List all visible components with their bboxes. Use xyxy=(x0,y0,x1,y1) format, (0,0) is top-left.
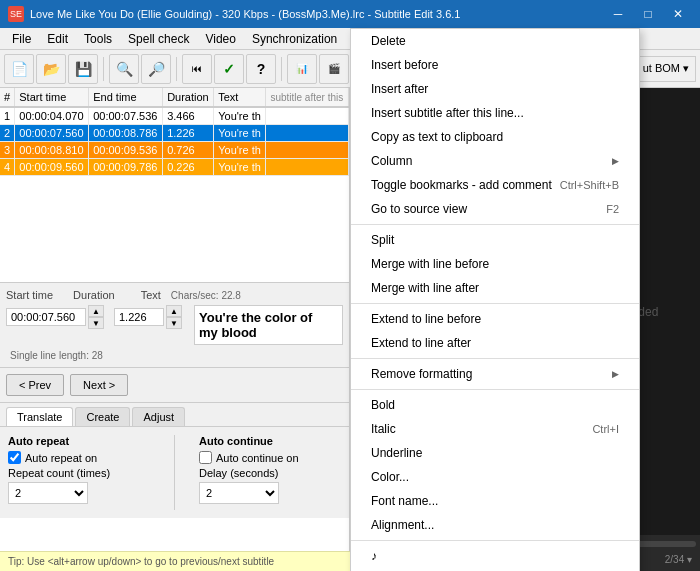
edit-panel: Start time Duration Text Chars/sec: 22.8… xyxy=(0,283,349,368)
spell-button[interactable]: ✓ xyxy=(214,54,244,84)
help-button[interactable]: ? xyxy=(246,54,276,84)
delay-select[interactable]: 235 xyxy=(199,482,279,504)
context-menu-separator xyxy=(351,224,639,225)
context-menu-item[interactable]: Underline xyxy=(351,441,639,465)
waveform-button[interactable]: 📊 xyxy=(287,54,317,84)
menu-file[interactable]: File xyxy=(4,28,39,50)
maximize-button[interactable]: □ xyxy=(634,0,662,28)
start-up-btn[interactable]: ▲ xyxy=(88,305,104,317)
toolbar-separator-2 xyxy=(176,57,177,81)
table-row[interactable]: 200:00:07.56000:00:08.7861.226You're th xyxy=(0,125,349,142)
translate-panel: Auto repeat Auto repeat on Repeat count … xyxy=(0,427,349,518)
start-down-btn[interactable]: ▼ xyxy=(88,317,104,329)
new-button[interactable]: 📄 xyxy=(4,54,34,84)
tab-bar: Translate Create Adjust xyxy=(0,403,349,427)
table-row[interactable]: 400:00:09.56000:00:09.7860.226You're th xyxy=(0,159,349,176)
context-menu-separator xyxy=(351,303,639,304)
start-time-spinner[interactable]: ▲ ▼ xyxy=(88,305,104,329)
menu-spellcheck[interactable]: Spell check xyxy=(120,28,197,50)
dur-down-btn[interactable]: ▼ xyxy=(166,317,182,329)
dur-label: Duration xyxy=(73,289,115,301)
col-subtitle-after: subtitle after this xyxy=(266,88,349,107)
tip-bar: Tip: Use <alt+arrow up/down> to go to pr… xyxy=(0,551,350,571)
subtitle-text-area[interactable]: You're the color ofmy blood xyxy=(194,305,343,345)
auto-continue-label: Auto continue on xyxy=(216,452,299,464)
context-menu-item[interactable]: Alignment... xyxy=(351,513,639,537)
video-button[interactable]: 🎬 xyxy=(319,54,349,84)
open-button[interactable]: 📂 xyxy=(36,54,66,84)
tip-text: Tip: Use <alt+arrow up/down> to go to pr… xyxy=(8,556,274,567)
window-controls: ─ □ ✕ xyxy=(604,0,692,28)
context-menu-item[interactable]: ItalicCtrl+I xyxy=(351,417,639,441)
col-text: Text xyxy=(214,88,266,107)
auto-continue-checkbox[interactable] xyxy=(199,451,212,464)
tab-translate[interactable]: Translate xyxy=(6,407,73,426)
toolbar-separator-1 xyxy=(103,57,104,81)
dur-up-btn[interactable]: ▲ xyxy=(166,305,182,317)
context-menu-item[interactable]: Insert subtitle after this line... xyxy=(351,101,639,125)
auto-repeat-label: Auto repeat on xyxy=(25,452,97,464)
context-menu-item[interactable]: Font name... xyxy=(351,489,639,513)
repeat-count-select[interactable]: 234 xyxy=(8,482,88,504)
menu-synchronization[interactable]: Synchronization xyxy=(244,28,345,50)
context-menu-item[interactable]: Toggle bookmarks - add commentCtrl+Shift… xyxy=(351,173,639,197)
table-row[interactable]: 100:00:04.07000:00:07.5363.466You're th xyxy=(0,107,349,125)
context-menu: DeleteInsert beforeInsert afterInsert su… xyxy=(350,28,640,571)
menu-tools[interactable]: Tools xyxy=(76,28,120,50)
dur-spinner[interactable]: ▲ ▼ xyxy=(166,305,182,329)
context-menu-item[interactable]: Remove formatting xyxy=(351,362,639,386)
context-menu-item[interactable]: Color... xyxy=(351,465,639,489)
chars-info: Chars/sec: 22.8 xyxy=(171,290,241,301)
bom-dropdown[interactable]: ut BOM ▾ xyxy=(636,56,696,82)
context-menu-separator xyxy=(351,358,639,359)
start-label: Start time xyxy=(6,289,53,301)
nav-buttons: < Prev Next > xyxy=(0,368,349,403)
text-label: Text xyxy=(141,289,161,301)
col-end: End time xyxy=(89,88,163,107)
context-menu-separator xyxy=(351,389,639,390)
close-button[interactable]: ✕ xyxy=(664,0,692,28)
find-replace-button[interactable]: 🔎 xyxy=(141,54,171,84)
save-button[interactable]: 💾 xyxy=(68,54,98,84)
window-title: Love Me Like You Do (Ellie Goulding) - 3… xyxy=(30,8,460,20)
auto-continue-title: Auto continue xyxy=(199,435,341,447)
context-menu-item[interactable]: Insert before xyxy=(351,53,639,77)
single-line-length: Single line length: 28 xyxy=(10,350,103,361)
auto-repeat-title: Auto repeat xyxy=(8,435,150,447)
context-menu-item[interactable]: Insert after xyxy=(351,77,639,101)
menu-video[interactable]: Video xyxy=(197,28,243,50)
prev-button[interactable]: < Prev xyxy=(6,374,64,396)
context-menu-item[interactable]: Delete xyxy=(351,29,639,53)
prev-frame-button[interactable]: ⏮ xyxy=(182,54,212,84)
context-menu-item[interactable]: Go to source viewF2 xyxy=(351,197,639,221)
toolbar-separator-3 xyxy=(281,57,282,81)
menu-edit[interactable]: Edit xyxy=(39,28,76,50)
context-menu-item[interactable]: Copy as text to clipboard xyxy=(351,125,639,149)
auto-repeat-section: Auto repeat Auto repeat on Repeat count … xyxy=(8,435,150,510)
next-button[interactable]: Next > xyxy=(70,374,128,396)
context-menu-item[interactable]: Column xyxy=(351,149,639,173)
section-divider xyxy=(174,435,175,510)
context-menu-item[interactable]: Split xyxy=(351,228,639,252)
bottom-tabs: Translate Create Adjust Auto repeat Auto… xyxy=(0,403,349,518)
repeat-count-label: Repeat count (times) xyxy=(8,467,150,479)
col-start: Start time xyxy=(15,88,89,107)
start-time-input[interactable] xyxy=(6,308,86,326)
delay-label: Delay (seconds) xyxy=(199,467,341,479)
context-menu-item[interactable]: Merge with line after xyxy=(351,276,639,300)
left-panel: # Start time End time Duration Text subt… xyxy=(0,88,350,571)
context-menu-item[interactable]: Extend to line after xyxy=(351,331,639,355)
tab-create[interactable]: Create xyxy=(75,407,130,426)
minimize-button[interactable]: ─ xyxy=(604,0,632,28)
tab-adjust[interactable]: Adjust xyxy=(132,407,185,426)
context-menu-item[interactable]: Bold xyxy=(351,393,639,417)
context-menu-item[interactable]: Merge with line before xyxy=(351,252,639,276)
auto-continue-section: Auto continue Auto continue on Delay (se… xyxy=(199,435,341,510)
duration-input[interactable] xyxy=(114,308,164,326)
titlebar: SE Love Me Like You Do (Ellie Goulding) … xyxy=(0,0,700,28)
context-menu-item[interactable]: Extend to line before xyxy=(351,307,639,331)
table-row[interactable]: 300:00:08.81000:00:09.5360.726You're th xyxy=(0,142,349,159)
auto-repeat-checkbox[interactable] xyxy=(8,451,21,464)
context-menu-item[interactable]: ♪ xyxy=(351,544,639,568)
search-button[interactable]: 🔍 xyxy=(109,54,139,84)
